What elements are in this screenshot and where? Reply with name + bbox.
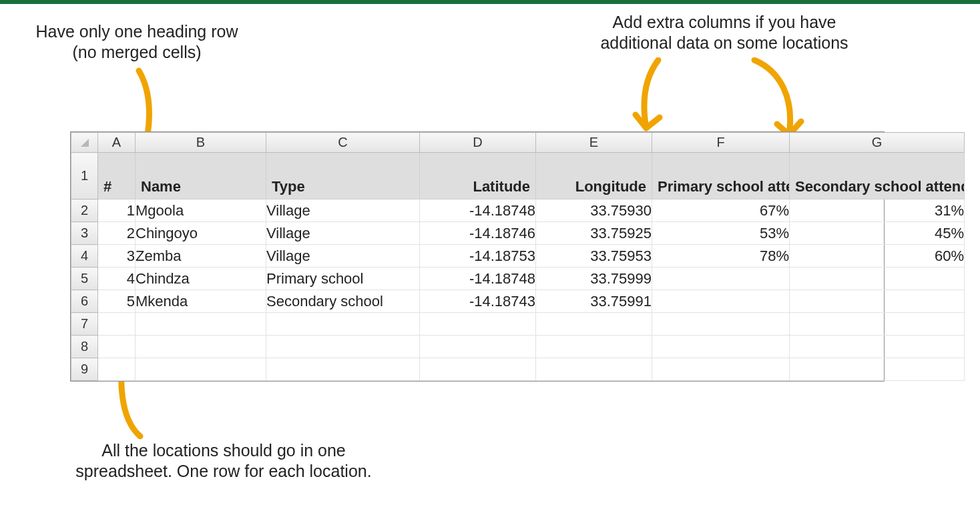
table-row: 5 4 Chindza Primary school -14.18748 33.…: [71, 268, 965, 290]
row-header-2[interactable]: 2: [71, 199, 98, 222]
cell[interactable]: -14.18743: [420, 290, 536, 313]
row-header-7[interactable]: 7: [71, 313, 98, 336]
column-header-B[interactable]: B: [136, 133, 266, 153]
table-row: 8: [71, 336, 965, 358]
header-cell-number[interactable]: #: [98, 153, 136, 199]
column-header-G[interactable]: G: [790, 133, 965, 153]
row-header-9[interactable]: 9: [71, 358, 98, 381]
cell[interactable]: 53%: [652, 222, 790, 245]
table-row: 7: [71, 313, 965, 336]
cell[interactable]: 60%: [790, 245, 965, 268]
header-cell-latitude[interactable]: Latitude: [420, 153, 536, 199]
cell[interactable]: -14.18753: [420, 245, 536, 268]
cell[interactable]: [790, 358, 965, 381]
annotation-one-spreadsheet: All the locations should go in one sprea…: [60, 440, 387, 481]
cell[interactable]: [652, 313, 790, 336]
cell[interactable]: 33.75953: [536, 245, 652, 268]
table-row: 4 3 Zemba Village -14.18753 33.75953 78%…: [71, 245, 965, 268]
column-header-E[interactable]: E: [536, 133, 652, 153]
cell[interactable]: -14.18748: [420, 268, 536, 290]
cell[interactable]: 33.75930: [536, 199, 652, 222]
top-accent-bar: [0, 0, 980, 4]
cell[interactable]: [266, 313, 420, 336]
cell[interactable]: [652, 336, 790, 358]
row-header-3[interactable]: 3: [71, 222, 98, 245]
cell[interactable]: [420, 358, 536, 381]
table-row: 2 1 Mgoola Village -14.18748 33.75930 67…: [71, 199, 965, 222]
header-cell-longitude[interactable]: Longitude: [536, 153, 652, 199]
column-header-C[interactable]: C: [266, 133, 420, 153]
header-cell-name[interactable]: Name: [136, 153, 266, 199]
cell[interactable]: 4: [98, 268, 136, 290]
cell[interactable]: Village: [266, 222, 420, 245]
column-header-D[interactable]: D: [420, 133, 536, 153]
cell[interactable]: 1: [98, 199, 136, 222]
cell[interactable]: [536, 336, 652, 358]
cell[interactable]: Mkenda: [136, 290, 266, 313]
cell[interactable]: 33.75991: [536, 290, 652, 313]
cell[interactable]: [136, 336, 266, 358]
header-cell-type[interactable]: Type: [266, 153, 420, 199]
column-letters-row: A B C D E F G: [71, 133, 965, 153]
cell[interactable]: Mgoola: [136, 199, 266, 222]
cell[interactable]: [420, 336, 536, 358]
cell[interactable]: [98, 358, 136, 381]
cell[interactable]: Zemba: [136, 245, 266, 268]
cell[interactable]: [266, 336, 420, 358]
cell[interactable]: 45%: [790, 222, 965, 245]
row-header-5[interactable]: 5: [71, 268, 98, 290]
cell[interactable]: [136, 358, 266, 381]
table-row: 6 5 Mkenda Secondary school -14.18743 33…: [71, 290, 965, 313]
cell[interactable]: -14.18746: [420, 222, 536, 245]
cell[interactable]: [98, 336, 136, 358]
column-header-F[interactable]: F: [652, 133, 790, 153]
row-header-6[interactable]: 6: [71, 290, 98, 313]
spreadsheet-table[interactable]: A B C D E F G 1 # Name Type Latitude Lon…: [71, 132, 965, 381]
cell[interactable]: [652, 290, 790, 313]
cell[interactable]: [652, 358, 790, 381]
cell[interactable]: 2: [98, 222, 136, 245]
cell[interactable]: [98, 313, 136, 336]
cell[interactable]: 33.75925: [536, 222, 652, 245]
row-header-8[interactable]: 8: [71, 336, 98, 358]
cell[interactable]: 31%: [790, 199, 965, 222]
cell[interactable]: [790, 290, 965, 313]
heading-row: 1 # Name Type Latitude Longitude Primary…: [71, 153, 965, 199]
cell[interactable]: -14.18748: [420, 199, 536, 222]
cell[interactable]: [420, 313, 536, 336]
spreadsheet: A B C D E F G 1 # Name Type Latitude Lon…: [70, 131, 885, 382]
cell[interactable]: Chindza: [136, 268, 266, 290]
cell[interactable]: [136, 313, 266, 336]
column-header-A[interactable]: A: [98, 133, 136, 153]
cell[interactable]: Chingoyo: [136, 222, 266, 245]
select-all-triangle-icon: [79, 137, 90, 148]
cell[interactable]: Primary school: [266, 268, 420, 290]
cell[interactable]: 3: [98, 245, 136, 268]
annotation-extra-columns: Add extra columns if you have additional…: [581, 12, 868, 53]
table-row: 3 2 Chingoyo Village -14.18746 33.75925 …: [71, 222, 965, 245]
cell[interactable]: 67%: [652, 199, 790, 222]
cell[interactable]: 33.75999: [536, 268, 652, 290]
row-header-4[interactable]: 4: [71, 245, 98, 268]
cell[interactable]: [266, 358, 420, 381]
cell[interactable]: Village: [266, 199, 420, 222]
row-header-1[interactable]: 1: [71, 153, 98, 199]
header-cell-primary[interactable]: Primary school attendance: [652, 153, 790, 199]
cell[interactable]: 78%: [652, 245, 790, 268]
cell[interactable]: 5: [98, 290, 136, 313]
cell[interactable]: Secondary school: [266, 290, 420, 313]
select-all-corner[interactable]: [71, 133, 98, 153]
header-cell-secondary[interactable]: Secondary school attendance: [790, 153, 965, 199]
cell[interactable]: [652, 268, 790, 290]
cell[interactable]: Village: [266, 245, 420, 268]
cell[interactable]: [536, 358, 652, 381]
table-row: 9: [71, 358, 965, 381]
cell[interactable]: [790, 268, 965, 290]
arrow-icon: [626, 57, 673, 137]
annotation-heading-row: Have only one heading row (no merged cel…: [17, 21, 257, 62]
cell[interactable]: [536, 313, 652, 336]
cell[interactable]: [790, 313, 965, 336]
